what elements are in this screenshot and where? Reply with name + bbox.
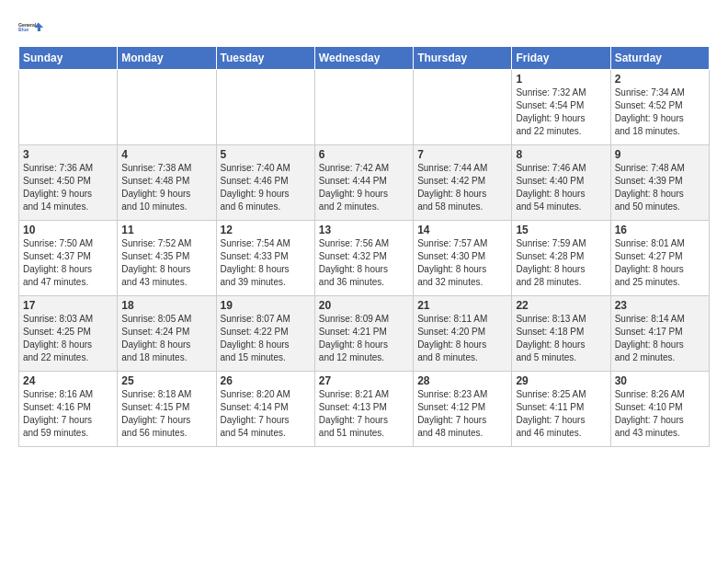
day-number: 29 [516, 374, 606, 387]
day-number: 30 [615, 374, 705, 387]
day-number: 7 [417, 148, 507, 161]
day-info: Sunrise: 8:20 AM Sunset: 4:14 PM Dayligh… [221, 388, 311, 440]
day-info: Sunrise: 8:13 AM Sunset: 4:18 PM Dayligh… [516, 313, 606, 364]
calendar-cell: 26Sunrise: 8:20 AM Sunset: 4:14 PM Dayli… [216, 372, 314, 447]
day-number: 5 [221, 148, 311, 161]
calendar: SundayMondayTuesdayWednesdayThursdayFrid… [18, 46, 710, 447]
day-number: 1 [516, 73, 606, 86]
calendar-cell: 15Sunrise: 7:59 AM Sunset: 4:28 PM Dayli… [512, 221, 610, 296]
calendar-cell [314, 70, 413, 145]
column-header-thursday: Thursday [414, 47, 512, 70]
svg-text:General: General [18, 22, 37, 28]
day-number: 14 [417, 224, 507, 236]
day-info: Sunrise: 7:36 AM Sunset: 4:50 PM Dayligh… [23, 162, 113, 213]
day-number: 2 [615, 73, 705, 86]
calendar-cell: 3Sunrise: 7:36 AM Sunset: 4:50 PM Daylig… [19, 145, 118, 221]
day-info: Sunrise: 8:23 AM Sunset: 4:12 PM Dayligh… [417, 388, 507, 440]
day-number: 24 [23, 374, 113, 387]
day-info: Sunrise: 7:40 AM Sunset: 4:46 PM Dayligh… [221, 162, 311, 213]
calendar-cell: 18Sunrise: 8:05 AM Sunset: 4:24 PM Dayli… [118, 296, 216, 372]
day-number: 10 [23, 224, 113, 236]
header: GeneralBlue [18, 15, 710, 40]
day-number: 4 [121, 148, 211, 161]
day-info: Sunrise: 7:34 AM Sunset: 4:52 PM Dayligh… [615, 86, 705, 138]
calendar-cell [19, 70, 118, 145]
day-info: Sunrise: 8:01 AM Sunset: 4:27 PM Dayligh… [615, 237, 705, 289]
column-header-friday: Friday [512, 47, 610, 70]
column-header-tuesday: Tuesday [216, 47, 314, 70]
day-info: Sunrise: 7:32 AM Sunset: 4:54 PM Dayligh… [516, 86, 606, 138]
day-info: Sunrise: 8:05 AM Sunset: 4:24 PM Dayligh… [121, 313, 211, 364]
day-info: Sunrise: 7:42 AM Sunset: 4:44 PM Dayligh… [319, 162, 409, 213]
day-number: 3 [23, 148, 113, 161]
day-number: 20 [319, 299, 409, 312]
day-info: Sunrise: 7:48 AM Sunset: 4:39 PM Dayligh… [615, 162, 705, 213]
day-info: Sunrise: 8:18 AM Sunset: 4:15 PM Dayligh… [121, 388, 211, 440]
day-info: Sunrise: 8:03 AM Sunset: 4:25 PM Dayligh… [23, 313, 113, 364]
day-number: 12 [221, 224, 311, 236]
day-info: Sunrise: 8:07 AM Sunset: 4:22 PM Dayligh… [221, 313, 311, 364]
calendar-cell: 29Sunrise: 8:25 AM Sunset: 4:11 PM Dayli… [512, 372, 610, 447]
day-number: 16 [615, 224, 705, 236]
calendar-header-row: SundayMondayTuesdayWednesdayThursdayFrid… [19, 47, 710, 70]
calendar-cell: 25Sunrise: 8:18 AM Sunset: 4:15 PM Dayli… [118, 372, 216, 447]
calendar-cell [118, 70, 216, 145]
calendar-cell: 4Sunrise: 7:38 AM Sunset: 4:48 PM Daylig… [118, 145, 216, 221]
week-row-5: 24Sunrise: 8:16 AM Sunset: 4:16 PM Dayli… [19, 372, 710, 447]
day-number: 27 [319, 374, 409, 387]
column-header-saturday: Saturday [610, 47, 709, 70]
column-header-wednesday: Wednesday [314, 47, 413, 70]
calendar-cell: 20Sunrise: 8:09 AM Sunset: 4:21 PM Dayli… [314, 296, 413, 372]
calendar-cell: 9Sunrise: 7:48 AM Sunset: 4:39 PM Daylig… [610, 145, 709, 221]
day-info: Sunrise: 7:56 AM Sunset: 4:32 PM Dayligh… [319, 237, 409, 289]
svg-text:Blue: Blue [18, 27, 28, 32]
week-row-1: 1Sunrise: 7:32 AM Sunset: 4:54 PM Daylig… [19, 70, 710, 145]
week-row-3: 10Sunrise: 7:50 AM Sunset: 4:37 PM Dayli… [19, 221, 710, 296]
day-number: 28 [417, 374, 507, 387]
calendar-cell: 10Sunrise: 7:50 AM Sunset: 4:37 PM Dayli… [19, 221, 118, 296]
page: GeneralBlue SundayMondayTuesdayWednesday… [0, 0, 728, 456]
column-header-sunday: Sunday [19, 47, 118, 70]
day-number: 13 [319, 224, 409, 236]
calendar-cell: 14Sunrise: 7:57 AM Sunset: 4:30 PM Dayli… [414, 221, 512, 296]
day-number: 9 [615, 148, 705, 161]
calendar-cell: 8Sunrise: 7:46 AM Sunset: 4:40 PM Daylig… [512, 145, 610, 221]
day-info: Sunrise: 8:16 AM Sunset: 4:16 PM Dayligh… [23, 388, 113, 440]
day-info: Sunrise: 8:21 AM Sunset: 4:13 PM Dayligh… [319, 388, 409, 440]
day-info: Sunrise: 8:11 AM Sunset: 4:20 PM Dayligh… [417, 313, 507, 364]
calendar-cell: 22Sunrise: 8:13 AM Sunset: 4:18 PM Dayli… [512, 296, 610, 372]
logo-icon: GeneralBlue [18, 15, 44, 40]
calendar-cell: 5Sunrise: 7:40 AM Sunset: 4:46 PM Daylig… [216, 145, 314, 221]
day-number: 11 [121, 224, 211, 236]
calendar-cell: 7Sunrise: 7:44 AM Sunset: 4:42 PM Daylig… [414, 145, 512, 221]
calendar-cell: 12Sunrise: 7:54 AM Sunset: 4:33 PM Dayli… [216, 221, 314, 296]
day-number: 21 [417, 299, 507, 312]
calendar-cell: 28Sunrise: 8:23 AM Sunset: 4:12 PM Dayli… [414, 372, 512, 447]
calendar-cell: 21Sunrise: 8:11 AM Sunset: 4:20 PM Dayli… [414, 296, 512, 372]
calendar-cell: 19Sunrise: 8:07 AM Sunset: 4:22 PM Dayli… [216, 296, 314, 372]
day-number: 8 [516, 148, 606, 161]
calendar-cell: 30Sunrise: 8:26 AM Sunset: 4:10 PM Dayli… [610, 372, 709, 447]
day-info: Sunrise: 8:26 AM Sunset: 4:10 PM Dayligh… [615, 388, 705, 440]
calendar-cell: 1Sunrise: 7:32 AM Sunset: 4:54 PM Daylig… [512, 70, 610, 145]
day-number: 19 [221, 299, 311, 312]
day-info: Sunrise: 7:44 AM Sunset: 4:42 PM Dayligh… [417, 162, 507, 213]
day-info: Sunrise: 7:46 AM Sunset: 4:40 PM Dayligh… [516, 162, 606, 213]
day-info: Sunrise: 8:09 AM Sunset: 4:21 PM Dayligh… [319, 313, 409, 364]
logo: GeneralBlue [18, 15, 44, 40]
column-header-monday: Monday [118, 47, 216, 70]
calendar-cell: 6Sunrise: 7:42 AM Sunset: 4:44 PM Daylig… [314, 145, 413, 221]
calendar-cell: 11Sunrise: 7:52 AM Sunset: 4:35 PM Dayli… [118, 221, 216, 296]
calendar-cell: 16Sunrise: 8:01 AM Sunset: 4:27 PM Dayli… [610, 221, 709, 296]
day-info: Sunrise: 8:25 AM Sunset: 4:11 PM Dayligh… [516, 388, 606, 440]
day-info: Sunrise: 7:54 AM Sunset: 4:33 PM Dayligh… [221, 237, 311, 289]
day-number: 22 [516, 299, 606, 312]
calendar-cell: 23Sunrise: 8:14 AM Sunset: 4:17 PM Dayli… [610, 296, 709, 372]
day-number: 6 [319, 148, 409, 161]
calendar-cell [216, 70, 314, 145]
day-number: 23 [615, 299, 705, 312]
day-number: 26 [221, 374, 311, 387]
day-number: 25 [121, 374, 211, 387]
day-info: Sunrise: 7:59 AM Sunset: 4:28 PM Dayligh… [516, 237, 606, 289]
day-info: Sunrise: 7:52 AM Sunset: 4:35 PM Dayligh… [121, 237, 211, 289]
